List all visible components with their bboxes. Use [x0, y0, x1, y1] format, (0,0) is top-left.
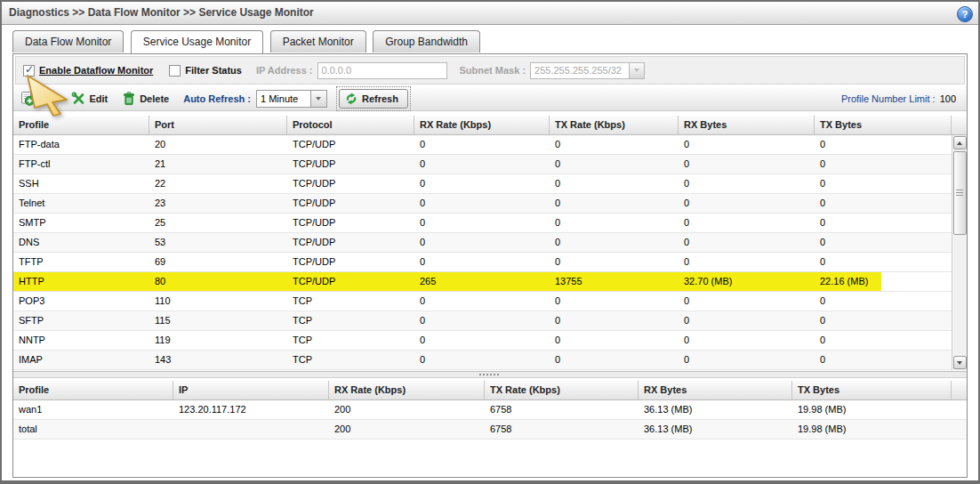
cell: 0	[679, 292, 815, 311]
cell: 6758	[485, 420, 639, 439]
cell: 0	[815, 174, 952, 193]
table-row[interactable]: FTP-ctl21TCP/UDP0000	[13, 155, 967, 174]
cell: 0	[414, 135, 550, 154]
subnet-mask-input[interactable]	[530, 62, 630, 79]
tab-strip: Data Flow Monitor Service Usage Monitor …	[12, 30, 978, 53]
cell: 0	[815, 292, 952, 311]
cell: 0	[679, 351, 815, 369]
scroll-down-button[interactable]	[953, 356, 967, 369]
table-row[interactable]: NNTP119TCP0000	[13, 331, 967, 351]
table-row[interactable]: DNS53TCP/UDP0000	[13, 233, 967, 253]
column-header[interactable]: RX Rate (Kbps)	[414, 116, 550, 134]
cell: 6758	[485, 400, 639, 419]
cell: 0	[414, 351, 550, 369]
cell: 0	[815, 214, 952, 232]
column-header[interactable]: RX Bytes	[679, 116, 815, 134]
table-header-row: ProfilePortProtocolRX Rate (Kbps)TX Rate…	[13, 116, 967, 135]
auto-refresh-label: Auto Refresh :	[183, 93, 251, 104]
table-row[interactable]: Telnet23TCP/UDP0000	[13, 194, 967, 214]
column-header[interactable]: TX Bytes	[815, 116, 952, 134]
cell: 0	[550, 331, 679, 350]
cell: FTP-ctl	[13, 155, 149, 173]
cell: 0	[679, 194, 815, 213]
column-header[interactable]: RX Bytes	[639, 381, 792, 399]
interfaces-table: ProfileIPRX Rate (Kbps)TX Rate (Kbps)RX …	[13, 381, 967, 440]
cell: 0	[815, 351, 952, 369]
ip-address-input[interactable]	[317, 62, 447, 79]
title-bar: Diagnostics >> Data Flow Monitor >> Serv…	[2, 2, 978, 25]
column-header[interactable]: Protocol	[287, 116, 414, 134]
add-button[interactable]: Add	[20, 92, 57, 106]
cell: 0	[815, 253, 952, 271]
cell: 0	[414, 311, 550, 330]
cell: SMTP	[13, 214, 149, 232]
cell: 0	[414, 253, 550, 271]
cell: 0	[815, 194, 952, 213]
filter-status-checkbox[interactable]	[169, 65, 181, 77]
column-header[interactable]: TX Rate (Kbps)	[550, 116, 679, 134]
cell: 110	[149, 292, 287, 311]
table-row[interactable]: total200675836.13 (MB)19.98 (MB)	[13, 420, 967, 440]
chevron-down-icon	[634, 69, 639, 72]
refresh-button[interactable]: Refresh	[339, 89, 408, 109]
table-header-row: ProfileIPRX Rate (Kbps)TX Rate (Kbps)RX …	[13, 381, 967, 400]
cell: 0	[414, 233, 550, 252]
cell: TCP	[287, 292, 414, 311]
column-header[interactable]: Profile	[13, 116, 149, 134]
auto-refresh-dropdown-button[interactable]	[311, 90, 327, 108]
cell: 0	[550, 194, 679, 213]
table-row[interactable]: HTTP80TCP/UDP2651375532.70 (MB)22.16 (MB…	[13, 272, 967, 292]
cell: DNS	[13, 233, 149, 252]
filter-bar: Enable Dataflow Monitor Filter Status IP…	[15, 56, 965, 85]
table-row[interactable]: FTP-data20TCP/UDP0000	[13, 135, 967, 155]
cell: TCP/UDP	[287, 214, 414, 232]
column-header[interactable]: Port	[149, 116, 287, 134]
table-splitter[interactable]	[13, 371, 967, 378]
scroll-down-arrow-icon	[957, 361, 962, 365]
column-header[interactable]: TX Bytes	[792, 381, 952, 399]
tab-service-usage-monitor[interactable]: Service Usage Monitor	[131, 30, 263, 53]
breadcrumb: Diagnostics >> Data Flow Monitor >> Serv…	[9, 6, 314, 19]
edit-button[interactable]: Edit	[71, 92, 108, 106]
cell: 80	[149, 272, 287, 291]
auto-refresh-combo	[256, 90, 327, 108]
column-header[interactable]: Profile	[13, 381, 173, 399]
table-row[interactable]: SFTP115TCP0000	[13, 311, 967, 331]
refresh-button-focus-ring: Refresh	[336, 86, 411, 111]
vertical-scrollbar[interactable]	[952, 135, 967, 370]
scrollbar-thumb[interactable]	[953, 151, 967, 235]
tab-packet-monitor[interactable]: Packet Monitor	[270, 30, 366, 52]
table-row[interactable]: TFTP69TCP/UDP0000	[13, 253, 967, 272]
cell: 0	[679, 253, 815, 271]
table-row[interactable]: POP3110TCP0000	[13, 292, 967, 311]
tab-group-bandwidth[interactable]: Group Bandwidth	[373, 30, 480, 52]
auto-refresh-input[interactable]	[256, 90, 311, 108]
cell: 0	[550, 155, 679, 173]
table-row[interactable]: IMAP143TCP0000	[13, 351, 967, 370]
cell: 0	[550, 351, 679, 369]
add-icon	[20, 92, 35, 106]
toolbar: Add Edit	[13, 86, 967, 111]
cell: 0	[679, 214, 815, 232]
column-header[interactable]: IP	[173, 381, 329, 399]
cell: TCP/UDP	[287, 174, 414, 193]
tab-data-flow-monitor[interactable]: Data Flow Monitor	[12, 30, 124, 52]
subnet-mask-label: Subnet Mask :	[460, 65, 526, 76]
column-header[interactable]: TX Rate (Kbps)	[485, 381, 639, 399]
services-table: ProfilePortProtocolRX Rate (Kbps)TX Rate…	[13, 116, 967, 370]
cell: 143	[149, 351, 287, 369]
subnet-mask-dropdown-button[interactable]	[630, 62, 645, 79]
scroll-up-button[interactable]	[953, 136, 967, 149]
cell: HTTP	[13, 272, 149, 291]
cell: 25	[149, 214, 287, 232]
cell: 200	[329, 400, 485, 419]
refresh-icon	[345, 93, 357, 105]
help-icon[interactable]: ?	[957, 6, 973, 22]
enable-dataflow-checkbox[interactable]	[23, 65, 35, 77]
column-header[interactable]: RX Rate (Kbps)	[329, 381, 485, 399]
delete-button[interactable]: Delete	[122, 92, 169, 106]
table-row[interactable]: SMTP25TCP/UDP0000	[13, 214, 967, 233]
table-row[interactable]: wan1123.20.117.172200675836.13 (MB)19.98…	[13, 400, 967, 420]
table-row[interactable]: SSH22TCP/UDP0000	[13, 174, 967, 194]
profile-limit-label: Profile Number Limit :	[841, 93, 936, 104]
